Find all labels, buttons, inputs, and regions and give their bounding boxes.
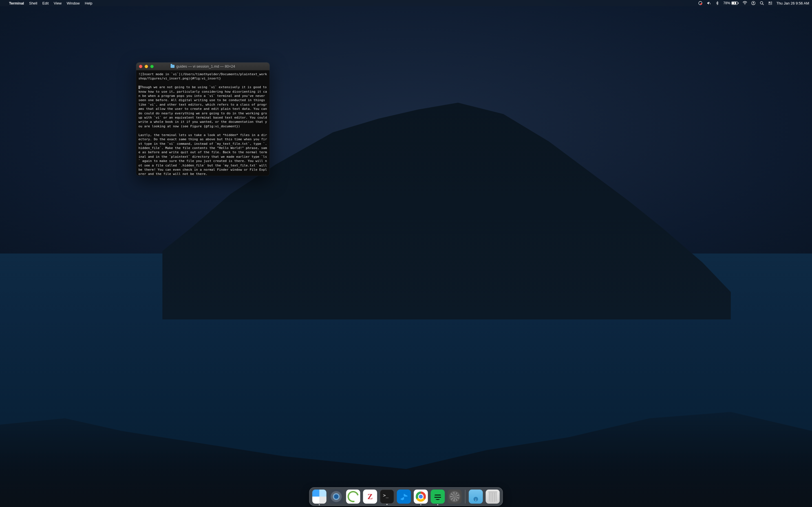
dock: Z bbox=[309, 487, 503, 506]
terminal-titlebar[interactable]: guides — vi session_1.md — 80×24 bbox=[136, 62, 269, 70]
dock-downloads-folder[interactable] bbox=[469, 490, 483, 504]
running-indicator bbox=[420, 504, 421, 505]
svg-line-10 bbox=[762, 4, 763, 5]
datetime-label[interactable]: Thu Jan 26 9:56 AM bbox=[776, 1, 809, 5]
running-indicator bbox=[387, 504, 388, 505]
svg-line-2 bbox=[709, 2, 711, 4]
svg-rect-12 bbox=[770, 2, 772, 3]
dock-app-quicktime[interactable] bbox=[329, 490, 343, 504]
user-icon[interactable] bbox=[751, 1, 756, 5]
terminal-paragraph-1: Though we are not going to be using `vi`… bbox=[139, 86, 269, 128]
svg-point-6 bbox=[745, 4, 745, 5]
close-button[interactable] bbox=[139, 65, 142, 68]
menu-edit[interactable]: Edit bbox=[42, 1, 49, 5]
dock-app-finder[interactable] bbox=[312, 490, 326, 504]
running-indicator bbox=[319, 504, 320, 505]
svg-point-8 bbox=[753, 2, 754, 3]
volume-muted-icon[interactable] bbox=[707, 1, 711, 5]
dock-app-cisco[interactable] bbox=[346, 490, 360, 504]
app-name-menu[interactable]: Terminal bbox=[9, 1, 24, 5]
desktop-wallpaper bbox=[0, 0, 812, 507]
terminal-title-text: guides — vi session_1.md — 80×24 bbox=[176, 64, 235, 68]
dock-divider bbox=[465, 490, 465, 503]
maximize-button[interactable] bbox=[150, 65, 154, 68]
svg-rect-13 bbox=[769, 3, 772, 4]
terminal-content[interactable]: ![Insert mode in `vi`](/Users/timothyeld… bbox=[136, 70, 269, 176]
terminal-window[interactable]: guides — vi session_1.md — 80×24 ![Inser… bbox=[136, 62, 269, 176]
menu-help[interactable]: Help bbox=[85, 1, 93, 5]
folder-icon bbox=[170, 65, 174, 68]
menu-view[interactable]: View bbox=[54, 1, 62, 5]
svg-rect-5 bbox=[738, 3, 739, 4]
menubar: Terminal Shell Edit View Window Help 78% bbox=[0, 0, 812, 6]
spotlight-search-icon[interactable] bbox=[760, 1, 764, 5]
bluetooth-icon[interactable] bbox=[715, 1, 719, 5]
dock-trash[interactable] bbox=[486, 490, 500, 504]
svg-point-1 bbox=[700, 3, 702, 5]
dock-app-spotify[interactable] bbox=[431, 490, 445, 504]
control-center-icon[interactable] bbox=[768, 1, 772, 5]
dock-app-settings[interactable] bbox=[448, 490, 462, 504]
battery-percent-label: 78% bbox=[723, 1, 730, 5]
dock-app-terminal[interactable] bbox=[380, 490, 394, 504]
battery-status[interactable]: 78% bbox=[723, 1, 739, 5]
terminal-paragraph-2: Lastly, the terminal lets us take a look… bbox=[139, 133, 269, 176]
minimize-button[interactable] bbox=[145, 65, 148, 68]
svg-rect-11 bbox=[769, 2, 770, 3]
menu-window[interactable]: Window bbox=[67, 1, 80, 5]
dock-app-zotero[interactable]: Z bbox=[363, 490, 377, 504]
menu-shell[interactable]: Shell bbox=[29, 1, 37, 5]
terminal-title: guides — vi session_1.md — 80×24 bbox=[136, 64, 269, 68]
do-not-disturb-icon[interactable] bbox=[698, 1, 703, 5]
dock-app-chrome[interactable] bbox=[414, 490, 428, 504]
window-controls bbox=[139, 65, 154, 68]
running-indicator bbox=[437, 504, 439, 505]
dock-app-vscode[interactable] bbox=[397, 490, 411, 504]
wifi-icon[interactable] bbox=[743, 1, 747, 5]
terminal-line-image-ref: ![Insert mode in `vi`](/Users/timothyeld… bbox=[139, 72, 267, 80]
